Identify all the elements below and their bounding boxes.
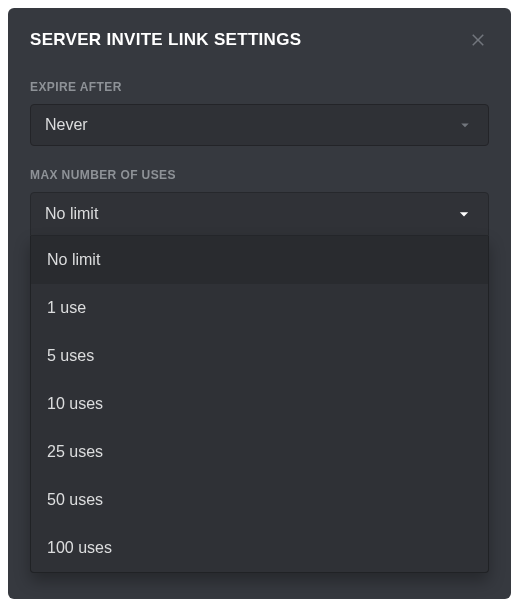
expire-after-value: Never <box>45 116 88 134</box>
max-uses-option[interactable]: 10 uses <box>31 380 488 428</box>
chevron-down-icon <box>454 204 474 224</box>
max-uses-value: No limit <box>45 205 98 223</box>
close-icon <box>469 30 487 48</box>
max-uses-select[interactable]: No limit <box>30 192 489 236</box>
max-uses-dropdown: No limit 1 use 5 uses 10 uses 25 uses 50… <box>30 236 489 573</box>
close-button[interactable] <box>467 28 489 50</box>
max-uses-option[interactable]: 25 uses <box>31 428 488 476</box>
max-uses-option[interactable]: 50 uses <box>31 476 488 524</box>
max-uses-label: MAX NUMBER OF USES <box>30 168 489 182</box>
invite-settings-modal: SERVER INVITE LINK SETTINGS EXPIRE AFTER… <box>8 8 511 599</box>
max-uses-option[interactable]: 5 uses <box>31 332 488 380</box>
modal-title: SERVER INVITE LINK SETTINGS <box>30 30 301 50</box>
max-uses-option[interactable]: 1 use <box>31 284 488 332</box>
max-uses-option[interactable]: 100 uses <box>31 524 488 572</box>
expire-after-label: EXPIRE AFTER <box>30 80 489 94</box>
expire-after-select[interactable]: Never <box>30 104 489 146</box>
chevron-down-icon <box>456 116 474 134</box>
max-uses-option[interactable]: No limit <box>31 236 488 284</box>
modal-header: SERVER INVITE LINK SETTINGS <box>30 30 489 50</box>
